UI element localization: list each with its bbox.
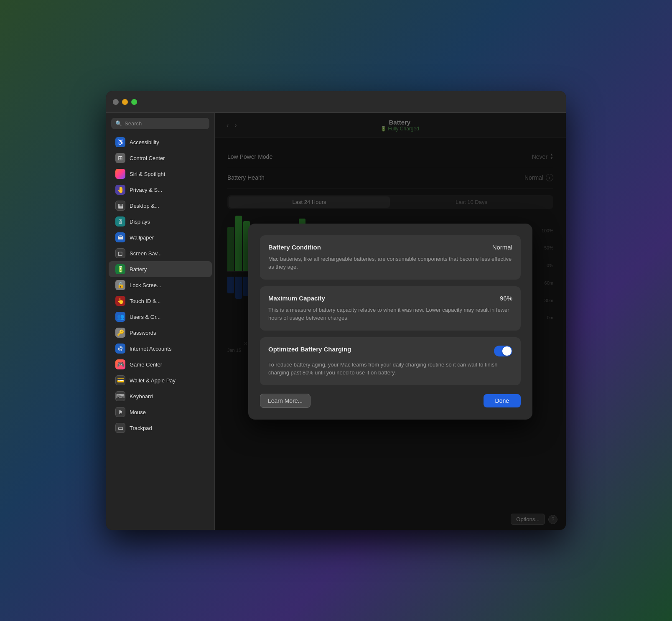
close-button[interactable] xyxy=(113,99,119,105)
sidebar-label-battery: Battery xyxy=(130,266,147,272)
search-placeholder: Search xyxy=(125,120,142,127)
passwords-icon: 🔑 xyxy=(115,328,125,338)
optimized-charging-desc: To reduce battery aging, your Mac learns… xyxy=(268,361,512,377)
sidebar-item-displays[interactable]: 🖥 Displays xyxy=(109,214,212,229)
sidebar-label-wallpaper: Wallpaper xyxy=(130,234,154,241)
battery-icon: 🔋 xyxy=(115,264,125,274)
siri-icon xyxy=(115,169,125,179)
learn-more-button[interactable]: Learn More... xyxy=(260,394,311,408)
sidebar-item-control-center[interactable]: ⊞ Control Center xyxy=(109,150,212,166)
max-capacity-section: Maximum Capacity 96% This is a measure o… xyxy=(260,286,521,331)
keyboard-icon: ⌨ xyxy=(115,391,125,401)
sidebar-label-passwords: Passwords xyxy=(130,330,156,336)
sidebar-label-displays: Displays xyxy=(130,219,150,225)
battery-health-modal: Battery Condition Normal Mac batteries, … xyxy=(248,224,532,420)
sidebar-label-lockscreen: Lock Scree... xyxy=(130,282,161,288)
mouse-icon: 🖱 xyxy=(115,407,125,417)
titlebar xyxy=(106,91,566,113)
window-body: 🔍 Search ♿ Accessibility ⊞ Control Cente… xyxy=(106,113,566,530)
sidebar-label-control-center: Control Center xyxy=(130,155,165,161)
sidebar-item-privacy[interactable]: 🤚 Privacy & S... xyxy=(109,182,212,198)
sidebar-label-screensaver: Screen Sav... xyxy=(130,250,162,257)
screensaver-icon: ◻ xyxy=(115,248,125,258)
wallet-icon: 💳 xyxy=(115,375,125,385)
sidebar-item-desktop[interactable]: ▦ Desktop &... xyxy=(109,198,212,214)
minimize-button[interactable] xyxy=(122,99,128,105)
sidebar-label-desktop: Desktop &... xyxy=(130,203,159,209)
done-button[interactable]: Done xyxy=(484,394,521,407)
sidebar-item-users[interactable]: 👥 Users & Gr... xyxy=(109,309,212,325)
battery-condition-desc: Mac batteries, like all rechargeable bat… xyxy=(268,255,512,271)
sidebar-item-battery[interactable]: 🔋 Battery xyxy=(109,261,212,277)
battery-condition-value: Normal xyxy=(492,244,512,251)
max-capacity-desc: This is a measure of battery capacity re… xyxy=(268,306,512,322)
max-capacity-header: Maximum Capacity 96% xyxy=(268,295,512,302)
sidebar-item-passwords[interactable]: 🔑 Passwords xyxy=(109,325,212,341)
sidebar-label-users: Users & Gr... xyxy=(130,314,160,320)
sidebar-label-game-center: Game Center xyxy=(130,361,162,368)
optimized-charging-row: Optimized Battery Charging xyxy=(268,346,512,356)
sidebar-item-lockscreen[interactable]: 🔒 Lock Scree... xyxy=(109,277,212,293)
main-window: 🔍 Search ♿ Accessibility ⊞ Control Cente… xyxy=(106,91,566,530)
sidebar-item-game-center[interactable]: 🎮 Game Center xyxy=(109,356,212,372)
battery-condition-section: Battery Condition Normal Mac batteries, … xyxy=(260,235,521,280)
sidebar-label-siri: Siri & Spotlight xyxy=(130,171,165,177)
game-center-icon: 🎮 xyxy=(115,359,125,369)
sidebar-label-keyboard: Keyboard xyxy=(130,393,153,400)
sidebar-item-accessibility[interactable]: ♿ Accessibility xyxy=(109,134,212,150)
users-icon: 👥 xyxy=(115,312,125,322)
modal-buttons: Learn More... Done xyxy=(260,394,521,408)
internet-accounts-icon: @ xyxy=(115,344,125,354)
sidebar-item-wallpaper[interactable]: 🏔 Wallpaper xyxy=(109,229,212,245)
control-center-icon: ⊞ xyxy=(115,153,125,163)
sidebar-item-keyboard[interactable]: ⌨ Keyboard xyxy=(109,388,212,404)
toggle-knob xyxy=(502,346,512,356)
privacy-icon: 🤚 xyxy=(115,185,125,195)
sidebar-item-trackpad[interactable]: ▭ Trackpad xyxy=(109,420,212,436)
maximize-button[interactable] xyxy=(131,99,137,105)
modal-overlay: Battery Condition Normal Mac batteries, … xyxy=(215,113,566,530)
lockscreen-icon: 🔒 xyxy=(115,280,125,290)
battery-condition-title: Battery Condition xyxy=(268,244,321,251)
sidebar-label-privacy: Privacy & S... xyxy=(130,187,162,193)
sidebar-item-mouse[interactable]: 🖱 Mouse xyxy=(109,404,212,420)
sidebar: 🔍 Search ♿ Accessibility ⊞ Control Cente… xyxy=(106,113,215,530)
optimized-charging-section: Optimized Battery Charging To reduce bat… xyxy=(260,337,521,385)
sidebar-item-touchid[interactable]: 👆 Touch ID &... xyxy=(109,293,212,309)
search-icon: 🔍 xyxy=(115,120,122,127)
displays-icon: 🖥 xyxy=(115,216,125,227)
search-bar[interactable]: 🔍 Search xyxy=(111,118,209,129)
wallpaper-icon: 🏔 xyxy=(115,232,125,242)
traffic-lights xyxy=(113,99,137,105)
sidebar-label-wallet: Wallet & Apple Pay xyxy=(130,377,176,384)
desktop-icon: ▦ xyxy=(115,201,125,211)
sidebar-label-mouse: Mouse xyxy=(130,409,146,415)
main-content: ‹ › Battery 🔋 Fully Charged Low Power Mo… xyxy=(215,113,566,530)
sidebar-label-trackpad: Trackpad xyxy=(130,425,152,431)
sidebar-item-screensaver[interactable]: ◻ Screen Sav... xyxy=(109,245,212,261)
touchid-icon: 👆 xyxy=(115,296,125,306)
accessibility-icon: ♿ xyxy=(115,137,125,147)
optimized-charging-toggle[interactable] xyxy=(494,346,512,356)
sidebar-item-wallet[interactable]: 💳 Wallet & Apple Pay xyxy=(109,372,212,388)
sidebar-label-internet-accounts: Internet Accounts xyxy=(130,346,171,352)
sidebar-label-accessibility: Accessibility xyxy=(130,139,159,145)
sidebar-item-internet-accounts[interactable]: @ Internet Accounts xyxy=(109,341,212,356)
trackpad-icon: ▭ xyxy=(115,423,125,433)
battery-condition-header: Battery Condition Normal xyxy=(268,244,512,251)
sidebar-label-touchid: Touch ID &... xyxy=(130,298,160,304)
max-capacity-title: Maximum Capacity xyxy=(268,295,325,302)
max-capacity-value: 96% xyxy=(500,295,512,302)
sidebar-item-siri[interactable]: Siri & Spotlight xyxy=(109,166,212,182)
optimized-charging-title: Optimized Battery Charging xyxy=(268,346,351,353)
